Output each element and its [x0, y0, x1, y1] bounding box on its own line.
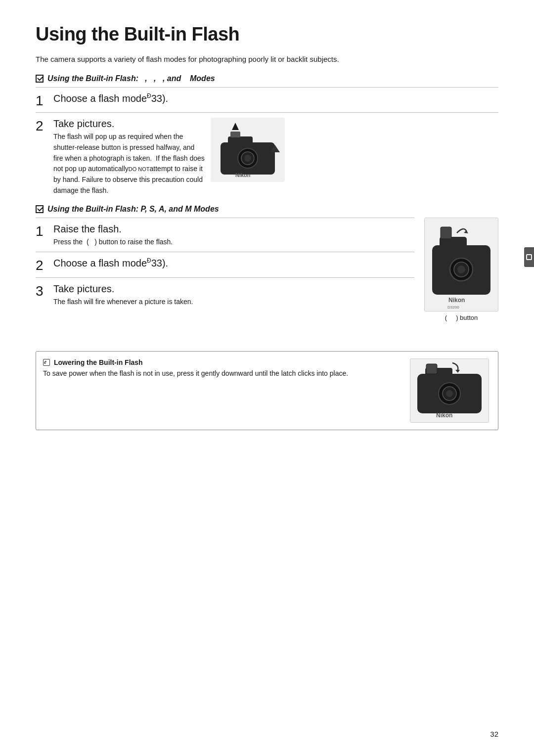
section2-image-area: Nikon D3200 ( ) button — [424, 218, 498, 321]
s2step1-content: Raise the flash. Press the ( ) button to… — [53, 223, 414, 248]
section1-steps: 1 Choose a flash modeÐ33). 2 Take pictur… — [36, 87, 498, 200]
note-title-text: Lowering the Built-in Flash — [54, 358, 143, 366]
section2-content-area: 1 Raise the flash. Press the ( ) button … — [36, 218, 498, 321]
svg-rect-23 — [426, 364, 437, 374]
section2-block: Using the Built-in Flash: P, S, A, and M… — [36, 205, 498, 321]
page-title: Using the Built-in Flash — [36, 24, 498, 45]
step1-title: Choose a flash modeÐ33). — [53, 92, 498, 104]
step-number-2-3: 3 — [36, 283, 53, 299]
s2step3-title: Take pictures. — [53, 283, 414, 295]
section2-step3: 3 Take pictures. The flash will fire whe… — [36, 277, 414, 311]
note-image: Nikon — [410, 358, 489, 423]
s2step2-content: Choose a flash modeÐ33). — [53, 257, 414, 271]
svg-rect-13 — [441, 227, 451, 239]
step-number-2-1: 1 — [36, 223, 53, 239]
s2step1-title: Raise the flash. — [53, 223, 414, 235]
step2-title: Take pictures. — [53, 118, 205, 130]
step-number-2-2: 2 — [36, 257, 53, 273]
svg-text:Nikon: Nikon — [448, 297, 465, 304]
step2-with-image: Take pictures. The flash will pop up as … — [53, 118, 498, 196]
side-tab — [524, 247, 534, 267]
step2-text-block: Take pictures. The flash will pop up as … — [53, 118, 205, 196]
button-label: ( ) button — [445, 314, 478, 321]
note-camera-image: Nikon — [410, 358, 489, 423]
step-number-1-1: 1 — [36, 92, 53, 109]
svg-point-5 — [244, 155, 251, 162]
section2-title: Using the Built-in Flash: P, S, A, and M… — [47, 205, 219, 214]
s2step2-title: Choose a flash modeÐ33). — [53, 257, 414, 269]
svg-text:Nikon: Nikon — [436, 412, 452, 419]
note-icon: ℓ — [43, 359, 50, 366]
s2step3-desc: The flash will fire whenever a picture i… — [53, 297, 414, 308]
section1-step1: 1 Choose a flash modeÐ33). — [36, 87, 498, 113]
svg-rect-2 — [228, 136, 253, 146]
section2-step1: 1 Raise the flash. Press the ( ) button … — [36, 218, 414, 252]
checkbox-icon-2 — [36, 205, 44, 213]
checkbox-icon-1 — [36, 75, 44, 83]
section2-header: Using the Built-in Flash: P, S, A, and M… — [36, 205, 498, 214]
side-tab-icon — [526, 254, 532, 260]
s2step1-desc: Press the ( ) button to raise the flash. — [53, 237, 414, 248]
section1-header: Using the Built-in Flash: , , , and Mode… — [36, 74, 498, 83]
svg-point-27 — [446, 390, 453, 397]
step2-content: Take pictures. The flash will pop up as … — [53, 118, 498, 196]
note-text: To save power when the flash is not in u… — [43, 368, 403, 379]
note-title: ℓ Lowering the Built-in Flash — [43, 358, 403, 366]
step2-desc: The flash will pop up as required when t… — [53, 132, 205, 196]
page-number: 32 — [490, 730, 498, 738]
svg-text:Nikon: Nikon — [235, 172, 251, 178]
svg-rect-6 — [230, 132, 240, 137]
svg-text:D3200: D3200 — [447, 305, 459, 310]
section2-steps-col: 1 Raise the flash. Press the ( ) button … — [36, 218, 414, 321]
step2-image: Nikon — [211, 118, 285, 183]
step-number-1-2: 2 — [36, 118, 53, 134]
note-content: ℓ Lowering the Built-in Flash To save po… — [43, 358, 403, 379]
step1-content: Choose a flash modeÐ33). — [53, 92, 498, 106]
section1-step2: 2 Take pictures. The flash will pop up a… — [36, 112, 498, 200]
section2-camera-image: Nikon D3200 — [424, 218, 498, 311]
note-box: ℓ Lowering the Built-in Flash To save po… — [36, 351, 498, 430]
svg-point-17 — [457, 266, 465, 273]
s2step3-content: Take pictures. The flash will fire whene… — [53, 283, 414, 308]
section1-block: Using the Built-in Flash: , , , and Mode… — [36, 74, 498, 200]
section2-step2: 2 Choose a flash modeÐ33). — [36, 252, 414, 277]
intro-text: The camera supports a variety of flash m… — [36, 54, 498, 65]
section1-title: Using the Built-in Flash: , , , and Mode… — [47, 74, 215, 83]
